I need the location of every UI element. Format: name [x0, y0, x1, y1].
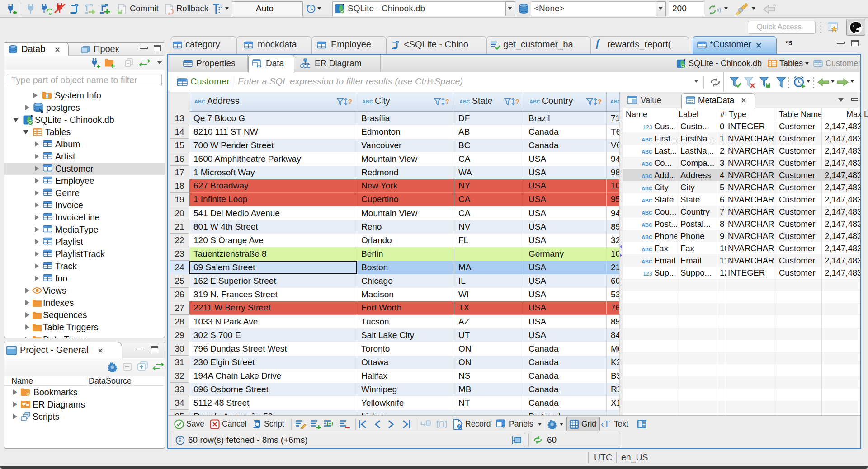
- svg-text:(+): (+): [327, 421, 333, 426]
